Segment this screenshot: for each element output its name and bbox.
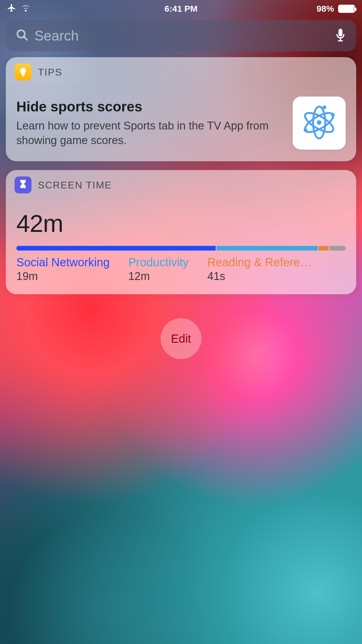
svg-point-9 <box>317 120 321 125</box>
tips-widget-header: TIPS <box>6 57 356 86</box>
tip-title: Hide sports scores <box>16 99 284 115</box>
search-icon <box>16 29 29 43</box>
tips-app-icon <box>15 64 31 80</box>
edit-button-label: Edit <box>171 332 191 345</box>
screentime-category-label: Reading & Refere… <box>207 256 346 269</box>
microphone-icon[interactable] <box>335 27 346 44</box>
screentime-category-label: Productivity <box>128 256 198 269</box>
status-bar: 6:41 PM 98% <box>0 0 362 18</box>
screentime-total: 42m <box>16 209 346 238</box>
screentime-app-icon <box>15 176 31 193</box>
screentime-category-time: 12m <box>128 270 198 283</box>
tip-thumbnail <box>293 97 346 150</box>
battery-icon <box>338 5 355 13</box>
svg-rect-2 <box>338 29 342 36</box>
edit-button[interactable]: Edit <box>161 318 201 359</box>
screentime-bar-segment <box>217 246 318 251</box>
screentime-category: Productivity12m <box>128 256 207 283</box>
screentime-category-time: 41s <box>207 270 346 283</box>
svg-point-10 <box>331 113 335 117</box>
tips-widget[interactable]: TIPS Hide sports scores Learn how to pre… <box>6 57 356 161</box>
screentime-bar-segment <box>16 246 216 251</box>
svg-rect-5 <box>22 76 24 77</box>
atom-icon <box>300 104 338 143</box>
screentime-widget[interactable]: SCREEN TIME 42m Social Networking19mProd… <box>6 170 356 294</box>
svg-point-12 <box>323 106 326 109</box>
screentime-category-time: 19m <box>16 270 120 283</box>
battery-percentage: 98% <box>317 4 334 14</box>
screentime-widget-title: SCREEN TIME <box>38 179 112 191</box>
tips-widget-title: TIPS <box>38 66 62 78</box>
search-input[interactable]: Search <box>34 28 335 44</box>
wifi-icon <box>20 4 31 14</box>
svg-line-1 <box>24 37 27 40</box>
screentime-widget-header: SCREEN TIME <box>6 170 356 199</box>
screentime-category: Social Networking19m <box>16 256 128 283</box>
screentime-usage-bar <box>16 246 346 251</box>
airplane-mode-icon <box>7 3 16 15</box>
screentime-bar-segment-other <box>329 246 346 251</box>
status-time: 6:41 PM <box>164 4 197 14</box>
screentime-bar-segment <box>319 246 328 251</box>
screentime-category-label: Social Networking <box>16 256 120 269</box>
search-bar[interactable]: Search <box>6 20 356 51</box>
screentime-categories: Social Networking19mProductivity12mReadi… <box>16 256 346 283</box>
svg-point-11 <box>304 128 307 132</box>
screentime-category: Reading & Refere…41s <box>207 256 346 283</box>
tip-description: Learn how to prevent Sports tab in the T… <box>16 119 284 148</box>
